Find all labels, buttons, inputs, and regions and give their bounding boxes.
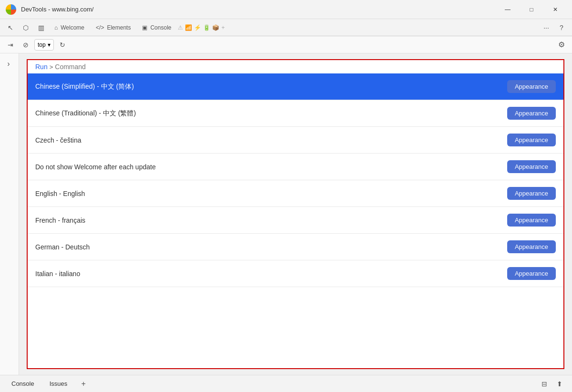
sidebar-toggle-icon[interactable]: ▥	[34, 21, 48, 34]
elements-icon: </>	[96, 24, 104, 31]
result-item-english[interactable]: English - English Appearance	[28, 180, 563, 207]
result-item-french[interactable]: French - français Appearance	[28, 207, 563, 234]
add-tab-icon[interactable]: +	[221, 24, 225, 31]
result-label: Czech - čeština	[35, 136, 81, 144]
appearance-button-0[interactable]: Appearance	[507, 80, 556, 93]
result-label: English - English	[35, 190, 85, 197]
result-label: Chinese (Simplified) - 中文 (简体)	[35, 83, 134, 91]
appearance-button-7[interactable]: Appearance	[507, 267, 556, 280]
result-label: German - Deutsch	[35, 243, 90, 251]
close-button[interactable]: ✕	[544, 2, 566, 17]
settings-button[interactable]: ⚙	[555, 38, 568, 52]
appearance-button-1[interactable]: Appearance	[507, 107, 556, 120]
command-header: Run >	[27, 59, 564, 73]
dock-bottom-icon[interactable]: ⊟	[538, 377, 551, 391]
left-panel: ›	[0, 53, 19, 375]
inspect-icon[interactable]: ⬡	[19, 21, 32, 34]
more-tabs-button[interactable]: ···	[540, 21, 553, 34]
network-icon: 📶	[185, 24, 192, 31]
appearance-button-5[interactable]: Appearance	[507, 214, 556, 227]
expand-arrow-button[interactable]: ›	[2, 57, 15, 71]
toolbar: ⇥ ⊘ top ▾ ↻ ⚙	[0, 36, 572, 53]
result-label: Do not show Welcome after each update	[35, 163, 156, 171]
console-icon: ▣	[142, 24, 147, 31]
app-logo	[6, 4, 16, 15]
appearance-button-3[interactable]: Appearance	[507, 160, 556, 173]
top-dropdown[interactable]: top ▾	[34, 39, 54, 51]
results-list: Chinese (Simplified) - 中文 (简体) Appearanc…	[28, 73, 563, 368]
status-bar-right: ⊟ ⬆	[538, 377, 566, 391]
tab-bar: ↖ ⬡ ▥ ⌂ Welcome </> Elements ▣ Console ⚠…	[0, 19, 572, 36]
tab-more-controls: ··· ?	[540, 21, 568, 34]
window-title: DevTools - www.bing.com/	[21, 6, 497, 13]
appearance-button-6[interactable]: Appearance	[507, 240, 556, 253]
undock-icon[interactable]: ⬆	[553, 377, 566, 391]
refresh-button[interactable]: ↻	[56, 38, 69, 52]
status-tab-issues[interactable]: Issues	[44, 377, 73, 391]
status-bar: Console Issues + ⊟ ⬆	[0, 375, 572, 392]
drawer-toggle-button[interactable]: ⇥	[4, 38, 17, 52]
performance-icon: ⚡	[194, 24, 201, 31]
bug-icon: ⚠	[178, 24, 183, 31]
appearance-button-4[interactable]: Appearance	[507, 187, 556, 200]
result-item-czech[interactable]: Czech - čeština Appearance	[28, 127, 563, 154]
result-item-chinese-traditional[interactable]: Chinese (Traditional) - 中文 (繁體) Appearan…	[28, 100, 563, 127]
status-tab-console[interactable]: Console	[6, 377, 40, 391]
tab-welcome[interactable]: ⌂ Welcome	[50, 21, 89, 34]
appearance-button-2[interactable]: Appearance	[507, 134, 556, 146]
result-item-chinese-simplified[interactable]: Chinese (Simplified) - 中文 (简体) Appearanc…	[28, 73, 563, 100]
result-item-do-not-show[interactable]: Do not show Welcome after each update Ap…	[28, 154, 563, 180]
command-arrow: >	[50, 63, 53, 71]
result-label: French - français	[35, 217, 85, 224]
maximize-button[interactable]: □	[521, 2, 542, 17]
main-area: › Run > Chinese (Simplified) - 中文 (简体) A…	[0, 53, 572, 375]
tab-console[interactable]: ▣ Console	[137, 21, 176, 34]
command-input[interactable]	[55, 63, 556, 71]
command-panel: Run > Chinese (Simplified) - 中文 (简体) App…	[27, 59, 564, 369]
result-item-german[interactable]: German - Deutsch Appearance	[28, 234, 563, 260]
no-icon-button[interactable]: ⊘	[19, 38, 32, 52]
top-label: top	[38, 41, 46, 48]
result-item-italian[interactable]: Italian - italiano Appearance	[28, 260, 563, 287]
result-label: Chinese (Traditional) - 中文 (繁體)	[35, 109, 136, 118]
add-panel-button[interactable]: +	[77, 377, 90, 391]
home-icon: ⌂	[54, 24, 58, 31]
help-button[interactable]: ?	[555, 21, 568, 34]
cursor-icon[interactable]: ↖	[4, 21, 17, 34]
minimize-button[interactable]: —	[497, 2, 519, 17]
title-bar: DevTools - www.bing.com/ — □ ✕	[0, 0, 572, 19]
results-container: Chinese (Simplified) - 中文 (简体) Appearanc…	[27, 73, 564, 369]
run-label: Run	[35, 63, 48, 71]
memory-icon: 🔋	[203, 24, 210, 31]
dropdown-arrow-icon: ▾	[48, 41, 51, 48]
result-label: Italian - italiano	[35, 270, 80, 278]
window-controls: — □ ✕	[497, 2, 566, 17]
tab-elements[interactable]: </> Elements	[91, 21, 135, 34]
storage-icon: 📦	[212, 24, 219, 31]
